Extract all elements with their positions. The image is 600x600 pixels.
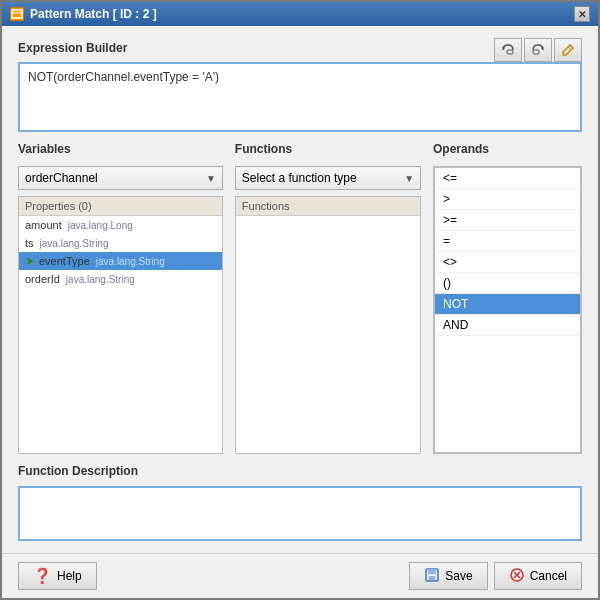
list-item-empty — [236, 270, 420, 288]
function-description-section: Function Description — [18, 464, 582, 541]
window-icon — [10, 7, 24, 21]
operand-item[interactable]: > — [435, 189, 580, 210]
variables-list: Properties (0) amount java.lang.Long ts … — [18, 196, 223, 454]
svg-line-6 — [568, 47, 571, 50]
functions-label: Functions — [235, 142, 421, 156]
list-item-empty — [236, 288, 420, 306]
item-type: java.lang.String — [66, 274, 135, 285]
operand-item[interactable]: AND — [435, 315, 580, 336]
expression-builder-section: Expression Builder — [18, 38, 582, 132]
main-window: Pattern Match [ ID : 2 ] ✕ Expression Bu… — [0, 0, 600, 600]
operands-label: Operands — [433, 142, 582, 156]
item-name: amount — [25, 219, 62, 231]
cancel-icon — [509, 567, 525, 586]
operand-item[interactable]: = — [435, 231, 580, 252]
svg-rect-5 — [533, 50, 539, 54]
cancel-label: Cancel — [530, 569, 567, 583]
list-item[interactable]: amount java.lang.Long — [19, 216, 222, 234]
list-item-empty — [236, 216, 420, 234]
save-icon — [424, 567, 440, 586]
item-name: orderId — [25, 273, 60, 285]
item-type: java.lang.String — [40, 238, 109, 249]
operand-item[interactable]: () — [435, 273, 580, 294]
variables-column: Variables orderChannel ▼ Properties (0) … — [18, 142, 223, 454]
undo-button[interactable] — [494, 38, 522, 62]
operand-item[interactable]: <> — [435, 252, 580, 273]
item-type: java.lang.Long — [68, 220, 133, 231]
redo-icon — [530, 42, 546, 58]
expression-label: Expression Builder — [18, 41, 127, 55]
expression-header: Expression Builder — [18, 38, 582, 62]
undo-icon — [500, 42, 516, 58]
help-label: Help — [57, 569, 82, 583]
operand-item-selected[interactable]: NOT — [435, 294, 580, 315]
operands-column: Operands <= > >= = <> () NOT AND — [433, 142, 582, 454]
functions-column: Functions Select a function type ▼ Funct… — [235, 142, 421, 454]
expression-input[interactable]: NOT(orderChannel.eventType = 'A') — [18, 62, 582, 132]
svg-rect-9 — [429, 576, 435, 580]
functions-inner-list — [236, 216, 420, 453]
redo-button[interactable] — [524, 38, 552, 62]
close-button[interactable]: ✕ — [574, 6, 590, 22]
variables-list-header: Properties (0) — [19, 197, 222, 216]
functions-dropdown-value: Select a function type — [242, 171, 357, 185]
svg-rect-3 — [507, 50, 513, 54]
item-type: java.lang.String — [96, 256, 165, 267]
window-title: Pattern Match [ ID : 2 ] — [30, 7, 157, 21]
arrow-right-icon: ➤ — [25, 254, 35, 268]
content-area: Expression Builder — [2, 26, 598, 553]
variables-dropdown[interactable]: orderChannel ▼ — [18, 166, 223, 190]
function-description-box[interactable] — [18, 486, 582, 541]
cancel-button[interactable]: Cancel — [494, 562, 582, 590]
save-label: Save — [445, 569, 472, 583]
functions-dropdown[interactable]: Select a function type ▼ — [235, 166, 421, 190]
variables-dropdown-value: orderChannel — [25, 171, 98, 185]
svg-rect-0 — [12, 10, 22, 18]
variables-label: Variables — [18, 142, 223, 156]
dropdown-arrow-icon: ▼ — [206, 173, 216, 184]
title-bar-left: Pattern Match [ ID : 2 ] — [10, 7, 157, 21]
operand-item[interactable]: >= — [435, 210, 580, 231]
save-button[interactable]: Save — [409, 562, 487, 590]
clear-button[interactable] — [554, 38, 582, 62]
list-item-empty — [19, 288, 222, 306]
operands-list: <= > >= = <> () NOT AND — [434, 167, 581, 453]
list-item[interactable]: ts java.lang.String — [19, 234, 222, 252]
function-description-label: Function Description — [18, 464, 582, 478]
list-item-empty — [236, 252, 420, 270]
expression-content: NOT(orderChannel.eventType = 'A') — [28, 70, 219, 84]
dropdown-arrow-icon: ▼ — [404, 173, 414, 184]
list-item-empty — [236, 234, 420, 252]
footer-right-buttons: Save Cancel — [409, 562, 582, 590]
toolbar-buttons — [494, 38, 582, 62]
list-item[interactable]: orderId java.lang.String — [19, 270, 222, 288]
functions-list: Functions — [235, 196, 421, 454]
item-name: ts — [25, 237, 34, 249]
operand-item[interactable]: <= — [435, 168, 580, 189]
footer: ❓ Help Save — [2, 553, 598, 598]
functions-list-header: Functions — [236, 197, 420, 216]
list-item-empty — [236, 306, 420, 324]
three-columns: Variables orderChannel ▼ Properties (0) … — [18, 142, 582, 454]
title-bar: Pattern Match [ ID : 2 ] ✕ — [2, 2, 598, 26]
help-icon: ❓ — [33, 567, 52, 585]
item-name: eventType — [39, 255, 90, 267]
svg-rect-8 — [428, 569, 436, 574]
list-item-empty — [19, 306, 222, 324]
pencil-icon — [560, 42, 576, 58]
help-button[interactable]: ❓ Help — [18, 562, 97, 590]
list-item-selected[interactable]: ➤ eventType java.lang.String — [19, 252, 222, 270]
